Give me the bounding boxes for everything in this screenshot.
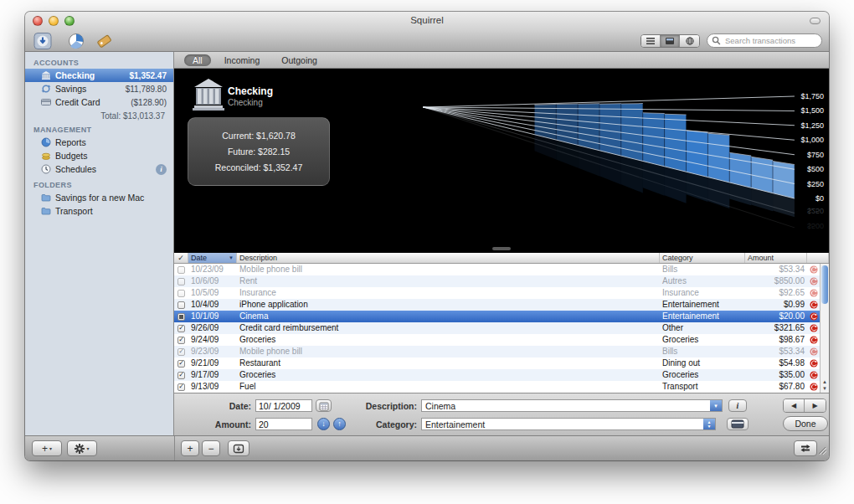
globe-icon bbox=[685, 37, 695, 45]
done-button[interactable]: Done bbox=[783, 416, 828, 431]
window-title: Squirrel bbox=[25, 15, 829, 25]
row-checkbox[interactable]: ✓ bbox=[177, 337, 185, 344]
row-amount: $53.34 bbox=[745, 264, 807, 275]
previous-transaction-button[interactable]: ◀ bbox=[784, 399, 805, 412]
management-section-header: MANAGEMENT bbox=[25, 121, 173, 136]
scrollbar-arrows: ▲ ▼ bbox=[821, 378, 829, 392]
search-field[interactable] bbox=[707, 33, 822, 48]
remove-transaction-button[interactable]: − bbox=[202, 440, 220, 456]
table-scrollbar[interactable]: ▲ ▼ bbox=[820, 264, 829, 393]
table-row[interactable]: 10/23/09 Mobile phone bill Bills $53.34 bbox=[174, 264, 829, 275]
header-description[interactable]: Description bbox=[237, 253, 660, 263]
tab-outgoing[interactable]: Outgoing bbox=[273, 54, 326, 66]
row-checkbox[interactable]: ✓ bbox=[177, 383, 185, 391]
header-indicator bbox=[807, 253, 829, 263]
toolbar-toggle-button[interactable] bbox=[810, 18, 821, 24]
transfer-button[interactable] bbox=[794, 440, 817, 456]
categories-button[interactable] bbox=[94, 31, 116, 50]
table-row[interactable]: ✓ 9/13/09 Fuel Transport $67.80 bbox=[174, 381, 829, 393]
row-date: 10/23/09 bbox=[188, 264, 237, 275]
row-date: 10/4/09 bbox=[188, 299, 237, 311]
row-checkbox[interactable]: ✓ bbox=[177, 372, 185, 379]
add-transaction-button[interactable]: + bbox=[181, 440, 199, 456]
row-check-cell: ✓ bbox=[174, 360, 188, 368]
row-checkbox[interactable] bbox=[177, 266, 185, 274]
row-check-cell bbox=[174, 313, 188, 321]
header-check[interactable]: ✓ bbox=[174, 253, 188, 263]
amount-input[interactable] bbox=[255, 418, 312, 430]
sidebar-item-folder-transport[interactable]: Transport bbox=[25, 204, 173, 218]
axis-label: $1,500 bbox=[800, 106, 824, 115]
scrollbar-thumb[interactable] bbox=[821, 265, 828, 304]
info-button[interactable]: i bbox=[728, 399, 747, 412]
tab-all[interactable]: All bbox=[184, 54, 211, 66]
add-account-button[interactable]: + ▾ bbox=[32, 440, 62, 456]
table-row[interactable]: 10/5/09 Insurance Insurance $92.65 bbox=[174, 287, 829, 299]
account-label: Savings bbox=[55, 84, 86, 94]
header-date[interactable]: Date ▼ bbox=[188, 253, 237, 263]
table-row[interactable]: 10/4/09 iPhone application Entertainemen… bbox=[174, 299, 829, 311]
row-description: iPhone application bbox=[237, 299, 660, 311]
row-checkbox[interactable]: ✓ bbox=[177, 360, 185, 368]
row-checkbox[interactable] bbox=[177, 290, 185, 297]
view-web-button[interactable] bbox=[680, 35, 699, 47]
row-check-cell: ✓ bbox=[174, 325, 188, 332]
filter-tab-bar: All Incoming Outgoing bbox=[174, 52, 829, 69]
row-check-cell: ✓ bbox=[174, 337, 188, 344]
charts-button[interactable] bbox=[65, 31, 87, 50]
account-label: Checking bbox=[55, 70, 95, 80]
sidebar-item-credit-card[interactable]: Credit Card ($128.90) bbox=[25, 95, 173, 109]
table-row[interactable]: ✓ 9/26/09 Credit card reimbursement Othe… bbox=[174, 322, 829, 334]
amount-decrease-button[interactable]: ↓ bbox=[317, 418, 330, 430]
recurring-icon bbox=[810, 301, 818, 309]
scroll-down-button[interactable]: ▼ bbox=[822, 385, 827, 392]
tab-incoming[interactable]: Incoming bbox=[216, 54, 269, 66]
row-checkbox[interactable] bbox=[177, 278, 185, 285]
description-combobox[interactable]: Cinema ▼ bbox=[421, 399, 723, 412]
action-menu-button[interactable]: ▾ bbox=[67, 440, 97, 456]
schedules-info-badge[interactable]: i bbox=[156, 164, 167, 175]
toolbar bbox=[25, 30, 829, 52]
table-row[interactable]: ✓ 9/21/09 Restaurant Dining out $54.98 bbox=[174, 357, 829, 369]
sidebar-item-schedules[interactable]: Schedules i bbox=[25, 162, 173, 176]
calendar-button[interactable] bbox=[316, 399, 332, 412]
axis-reflection-label: $250 bbox=[807, 207, 824, 215]
scroll-up-button[interactable]: ▲ bbox=[822, 378, 827, 385]
resize-grip[interactable] bbox=[816, 443, 826, 458]
row-description: Cinema bbox=[237, 311, 660, 322]
header-amount[interactable]: Amount bbox=[745, 253, 807, 263]
row-checkbox[interactable] bbox=[177, 313, 185, 321]
payment-card-button[interactable] bbox=[727, 418, 749, 430]
table-row[interactable]: 10/1/09 Cinema Entertainement $20.00 bbox=[174, 311, 829, 322]
axis-label: $500 bbox=[807, 165, 824, 173]
row-checkbox[interactable]: ✓ bbox=[177, 348, 185, 356]
amount-increase-button[interactable]: ↑ bbox=[333, 418, 346, 430]
date-input[interactable] bbox=[255, 399, 312, 412]
sidebar-item-checking[interactable]: Checking $1,352.47 bbox=[25, 69, 173, 82]
show-editor-button[interactable] bbox=[228, 440, 250, 456]
next-transaction-button[interactable]: ▶ bbox=[805, 399, 826, 412]
search-input[interactable] bbox=[723, 35, 817, 46]
category-popup[interactable]: Entertainement ▲ ▼ bbox=[421, 418, 716, 430]
table-row[interactable]: ✓ 9/23/09 Mobile phone bill Bills $53.34 bbox=[174, 346, 829, 357]
sidebar-item-budgets[interactable]: Budgets bbox=[25, 149, 173, 162]
table-row[interactable]: ✓ 9/24/09 Groceries Groceries $98.67 bbox=[174, 334, 829, 346]
view-list-button[interactable] bbox=[641, 35, 661, 47]
sidebar-item-reports[interactable]: Reports bbox=[25, 136, 173, 149]
popup-stepper-button[interactable]: ▲ ▼ bbox=[703, 419, 715, 429]
header-category[interactable]: Category bbox=[660, 253, 745, 263]
reconciled-balance: Reconciled: $1,352.47 bbox=[188, 162, 329, 172]
sidebar-item-savings[interactable]: Savings $11,789.80 bbox=[25, 82, 173, 95]
sidebar-item-folder-savings[interactable]: Savings for a new Mac bbox=[25, 191, 173, 204]
chart-drag-handle[interactable] bbox=[492, 247, 511, 250]
statusbar-divider bbox=[174, 436, 175, 460]
table-row[interactable]: 10/6/09 Rent Autres $850.00 bbox=[174, 275, 829, 287]
row-checkbox[interactable] bbox=[177, 301, 185, 309]
row-checkbox[interactable]: ✓ bbox=[177, 325, 185, 332]
combo-arrow-button[interactable]: ▼ bbox=[710, 400, 722, 411]
view-panel-button[interactable] bbox=[661, 35, 680, 47]
chevron-down-icon: ▼ bbox=[707, 424, 712, 429]
sidebar-item-label: Schedules bbox=[55, 164, 96, 174]
import-button[interactable] bbox=[32, 31, 54, 50]
table-row[interactable]: ✓ 9/17/09 Groceries Groceries $35.00 bbox=[174, 369, 829, 381]
